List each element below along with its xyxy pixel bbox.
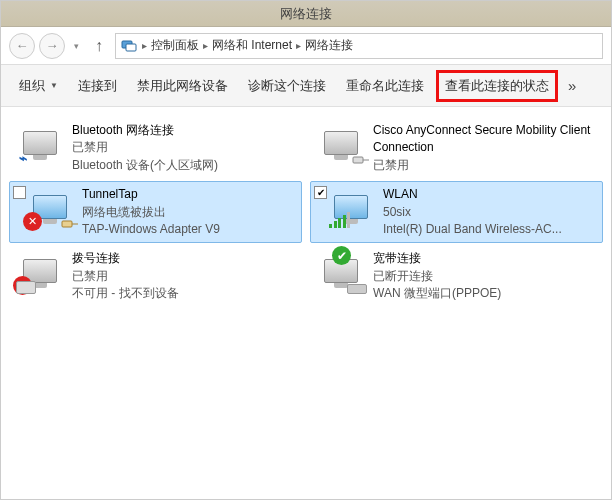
connection-item-cisco[interactable]: Cisco AnyConnect Secure Mobility Client … xyxy=(310,117,603,179)
phone-icon xyxy=(16,281,36,294)
diagnose-label: 诊断这个连接 xyxy=(248,77,326,95)
connections-grid: ⌁ Bluetooth 网络连接 已禁用 Bluetooth 设备(个人区域网)… xyxy=(9,117,603,308)
disable-device-button[interactable]: 禁用此网络设备 xyxy=(129,71,236,101)
connection-device: Bluetooth 设备(个人区域网) xyxy=(72,157,218,174)
back-button[interactable]: ← xyxy=(9,33,35,59)
connection-text: TunnelTap 网络电缆被拔出 TAP-Windows Adapter V9 xyxy=(82,186,220,238)
connect-to-button[interactable]: 连接到 xyxy=(70,71,125,101)
checkbox-checked[interactable]: ✔ xyxy=(314,186,327,199)
diagnose-button[interactable]: 诊断这个连接 xyxy=(240,71,334,101)
connection-name: Cisco AnyConnect Secure Mobility Client … xyxy=(373,122,596,157)
connection-name: 拨号连接 xyxy=(72,250,179,267)
window-title-bar: 网络连接 xyxy=(1,1,611,27)
window-title: 网络连接 xyxy=(280,5,332,23)
connection-status: 已禁用 xyxy=(72,139,218,156)
connection-text: Cisco AnyConnect Secure Mobility Client … xyxy=(373,122,596,174)
connection-status: 50six xyxy=(383,204,562,221)
connection-item-tunneltap[interactable]: ✕ TunnelTap 网络电缆被拔出 TAP-Windows Adapter … xyxy=(9,181,302,243)
history-dropdown[interactable]: ▾ xyxy=(69,41,83,51)
svg-rect-2 xyxy=(353,157,363,163)
network-icon: ⌁ xyxy=(16,122,64,164)
network-icon: ✔ xyxy=(317,250,365,292)
command-toolbar: 组织 ▼ 连接到 禁用此网络设备 诊断这个连接 重命名此连接 查看此连接的状态 … xyxy=(1,65,611,107)
disable-label: 禁用此网络设备 xyxy=(137,77,228,95)
bluetooth-icon: ⌁ xyxy=(13,148,32,167)
chevron-overflow-icon[interactable]: » xyxy=(568,77,576,94)
breadcrumb-seg-3[interactable]: 网络连接 xyxy=(305,37,353,54)
view-status-label: 查看此连接的状态 xyxy=(445,77,549,95)
organize-label: 组织 xyxy=(19,77,45,95)
connection-status: 网络电缆被拔出 xyxy=(82,204,220,221)
nav-bar: ← → ▾ ↑ ▸ 控制面板 ▸ 网络和 Internet ▸ 网络连接 xyxy=(1,27,611,65)
plug-icon xyxy=(60,218,78,230)
connection-text: Bluetooth 网络连接 已禁用 Bluetooth 设备(个人区域网) xyxy=(72,122,218,174)
chevron-right-icon: ▸ xyxy=(200,40,211,51)
connection-device: 不可用 - 找不到设备 xyxy=(72,285,179,302)
rename-button[interactable]: 重命名此连接 xyxy=(338,71,432,101)
connection-device: TAP-Windows Adapter V9 xyxy=(82,221,220,238)
chevron-right-icon: ▸ xyxy=(139,40,150,51)
network-icon xyxy=(327,186,375,228)
breadcrumb-seg-1[interactable]: 控制面板 xyxy=(151,37,199,54)
network-icon: ✕ xyxy=(26,186,74,228)
up-button[interactable]: ↑ xyxy=(87,34,111,58)
checkbox[interactable] xyxy=(13,186,26,199)
content-area: ⌁ Bluetooth 网络连接 已禁用 Bluetooth 设备(个人区域网)… xyxy=(1,107,611,499)
plug-icon xyxy=(351,154,369,166)
view-status-button[interactable]: 查看此连接的状态 xyxy=(436,70,558,102)
connection-item-broadband[interactable]: ✔ 宽带连接 已断开连接 WAN 微型端口(PPPOE) xyxy=(310,245,603,307)
connection-text: WLAN 50six Intel(R) Dual Band Wireless-A… xyxy=(383,186,562,238)
connection-item-dialup[interactable]: ✕ 拨号连接 已禁用 不可用 - 找不到设备 xyxy=(9,245,302,307)
forward-button[interactable]: → xyxy=(39,33,65,59)
network-icon: ✕ xyxy=(16,250,64,292)
connection-name: Bluetooth 网络连接 xyxy=(72,122,218,139)
connection-device: Intel(R) Dual Band Wireless-AC... xyxy=(383,221,562,238)
network-icon xyxy=(317,122,365,164)
svg-rect-1 xyxy=(126,44,136,51)
location-icon xyxy=(120,37,138,55)
connection-name: TunnelTap xyxy=(82,186,220,203)
chevron-down-icon: ▼ xyxy=(50,81,58,90)
modem-icon xyxy=(347,284,367,294)
svg-rect-4 xyxy=(62,221,72,227)
connection-text: 宽带连接 已断开连接 WAN 微型端口(PPPOE) xyxy=(373,250,501,302)
connection-item-wlan[interactable]: ✔ WLAN 50six Intel(R) Dual Band Wireless… xyxy=(310,181,603,243)
connection-status: 已禁用 xyxy=(373,157,596,174)
connection-name: WLAN xyxy=(383,186,562,203)
connection-device: WAN 微型端口(PPPOE) xyxy=(373,285,501,302)
connection-status: 已禁用 xyxy=(72,268,179,285)
connection-status: 已断开连接 xyxy=(373,268,501,285)
connection-name: 宽带连接 xyxy=(373,250,501,267)
chevron-right-icon: ▸ xyxy=(293,40,304,51)
wifi-signal-icon xyxy=(329,212,350,228)
connection-item-bluetooth[interactable]: ⌁ Bluetooth 网络连接 已禁用 Bluetooth 设备(个人区域网) xyxy=(9,117,302,179)
organize-menu[interactable]: 组织 ▼ xyxy=(11,71,66,101)
connection-text: 拨号连接 已禁用 不可用 - 找不到设备 xyxy=(72,250,179,302)
breadcrumb-seg-2[interactable]: 网络和 Internet xyxy=(212,37,292,54)
error-icon: ✕ xyxy=(23,212,42,231)
connect-to-label: 连接到 xyxy=(78,77,117,95)
rename-label: 重命名此连接 xyxy=(346,77,424,95)
breadcrumb[interactable]: ▸ 控制面板 ▸ 网络和 Internet ▸ 网络连接 xyxy=(115,33,603,59)
